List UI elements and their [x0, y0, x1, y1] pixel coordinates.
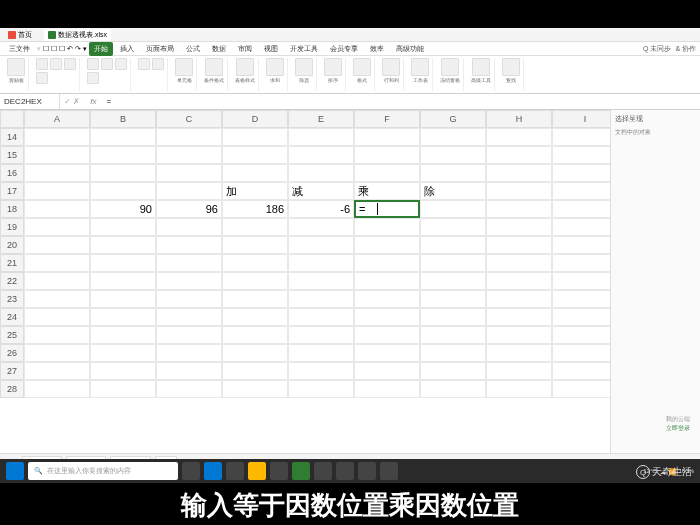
cell-D25[interactable] — [222, 326, 288, 344]
formula-input[interactable]: = — [102, 97, 700, 106]
ribbon-find[interactable]: 查找 — [499, 58, 524, 91]
cell-I28[interactable] — [552, 380, 610, 398]
side-login[interactable]: 立即登录 — [666, 424, 690, 433]
ribbon-cond[interactable]: 条件格式 — [201, 58, 228, 91]
cell-G22[interactable] — [420, 272, 486, 290]
ribbon-format[interactable]: 格式 — [350, 58, 375, 91]
cell-A24[interactable] — [24, 308, 90, 326]
col-header[interactable]: I — [552, 110, 610, 128]
menu-insert[interactable]: 插入 — [115, 42, 139, 56]
cell-I22[interactable] — [552, 272, 610, 290]
cell-B17[interactable] — [90, 182, 156, 200]
cell-A26[interactable] — [24, 344, 90, 362]
cell-B14[interactable] — [90, 128, 156, 146]
cell-H16[interactable] — [486, 164, 552, 182]
cell-F23[interactable] — [354, 290, 420, 308]
ribbon-sort[interactable]: 排序 — [321, 58, 346, 91]
sync-status[interactable]: Q 未同步 — [643, 44, 671, 54]
row-header[interactable]: 14 — [0, 128, 24, 146]
cell-I20[interactable] — [552, 236, 610, 254]
cell-I16[interactable] — [552, 164, 610, 182]
cell-G16[interactable] — [420, 164, 486, 182]
cell-H23[interactable] — [486, 290, 552, 308]
cell-H21[interactable] — [486, 254, 552, 272]
cell-G19[interactable] — [420, 218, 486, 236]
cell-H17[interactable] — [486, 182, 552, 200]
tb-app-10[interactable] — [380, 462, 398, 480]
cell-H28[interactable] — [486, 380, 552, 398]
cell-C22[interactable] — [156, 272, 222, 290]
row-header[interactable]: 15 — [0, 146, 24, 164]
cell-E27[interactable] — [288, 362, 354, 380]
cell-A14[interactable] — [24, 128, 90, 146]
cell-C17[interactable] — [156, 182, 222, 200]
cell-H19[interactable] — [486, 218, 552, 236]
menu-file[interactable]: 三文件 — [4, 42, 35, 56]
cell-E14[interactable] — [288, 128, 354, 146]
row-header[interactable]: 24 — [0, 308, 24, 326]
cell-G27[interactable] — [420, 362, 486, 380]
cell-I18[interactable] — [552, 200, 610, 218]
cell-B26[interactable] — [90, 344, 156, 362]
cell-F20[interactable] — [354, 236, 420, 254]
cell-I19[interactable] — [552, 218, 610, 236]
cell-I17[interactable] — [552, 182, 610, 200]
menu-layout[interactable]: 页面布局 — [141, 42, 179, 56]
row-header[interactable]: 18 — [0, 200, 24, 218]
cell-I24[interactable] — [552, 308, 610, 326]
cell-B25[interactable] — [90, 326, 156, 344]
spreadsheet-grid[interactable]: ABCDEFGHI14151617加减乘除189096186-6=1920212… — [0, 110, 610, 453]
cell-I23[interactable] — [552, 290, 610, 308]
cell-B15[interactable] — [90, 146, 156, 164]
cell-A25[interactable] — [24, 326, 90, 344]
cell-G26[interactable] — [420, 344, 486, 362]
cell-D16[interactable] — [222, 164, 288, 182]
cell-I26[interactable] — [552, 344, 610, 362]
row-header[interactable]: 17 — [0, 182, 24, 200]
collab-button[interactable]: & 协作 — [675, 44, 696, 54]
cell-D28[interactable] — [222, 380, 288, 398]
ribbon-font[interactable] — [33, 58, 80, 91]
ribbon-rowcol[interactable]: 行和列 — [379, 58, 404, 91]
row-header[interactable]: 22 — [0, 272, 24, 290]
cell-B27[interactable] — [90, 362, 156, 380]
menu-start[interactable]: 开始 — [89, 42, 113, 56]
cell-G28[interactable] — [420, 380, 486, 398]
name-box[interactable]: DEC2HEX — [0, 94, 60, 109]
cell-B21[interactable] — [90, 254, 156, 272]
ribbon-freeze[interactable]: 冻结窗格 — [437, 58, 464, 91]
cell-D18[interactable]: 186 — [222, 200, 288, 218]
menu-eff[interactable]: 效率 — [365, 42, 389, 56]
cell-D23[interactable] — [222, 290, 288, 308]
row-header[interactable]: 26 — [0, 344, 24, 362]
cell-D17[interactable]: 加 — [222, 182, 288, 200]
cell-H15[interactable] — [486, 146, 552, 164]
cell-E24[interactable] — [288, 308, 354, 326]
cell-H27[interactable] — [486, 362, 552, 380]
cell-E20[interactable] — [288, 236, 354, 254]
row-header[interactable]: 25 — [0, 326, 24, 344]
menu-data[interactable]: 数据 — [207, 42, 231, 56]
tb-app-8[interactable] — [336, 462, 354, 480]
tb-app-7[interactable] — [314, 462, 332, 480]
cell-A27[interactable] — [24, 362, 90, 380]
tb-app-4[interactable] — [248, 462, 266, 480]
row-header[interactable]: 16 — [0, 164, 24, 182]
cell-C23[interactable] — [156, 290, 222, 308]
cell-A28[interactable] — [24, 380, 90, 398]
cell-E28[interactable] — [288, 380, 354, 398]
cell-C26[interactable] — [156, 344, 222, 362]
row-header[interactable]: 23 — [0, 290, 24, 308]
menu-review[interactable]: 审阅 — [233, 42, 257, 56]
tab-home[interactable]: 首页 — [4, 29, 36, 41]
cell-D15[interactable] — [222, 146, 288, 164]
cell-F18[interactable]: = — [354, 200, 420, 218]
cell-E22[interactable] — [288, 272, 354, 290]
col-header[interactable]: D — [222, 110, 288, 128]
cell-E19[interactable] — [288, 218, 354, 236]
row-header[interactable]: 19 — [0, 218, 24, 236]
ribbon-cell[interactable]: 单元格 — [172, 58, 197, 91]
cell-C20[interactable] — [156, 236, 222, 254]
ribbon-tools[interactable]: 高级工具 — [468, 58, 495, 91]
cell-I14[interactable] — [552, 128, 610, 146]
